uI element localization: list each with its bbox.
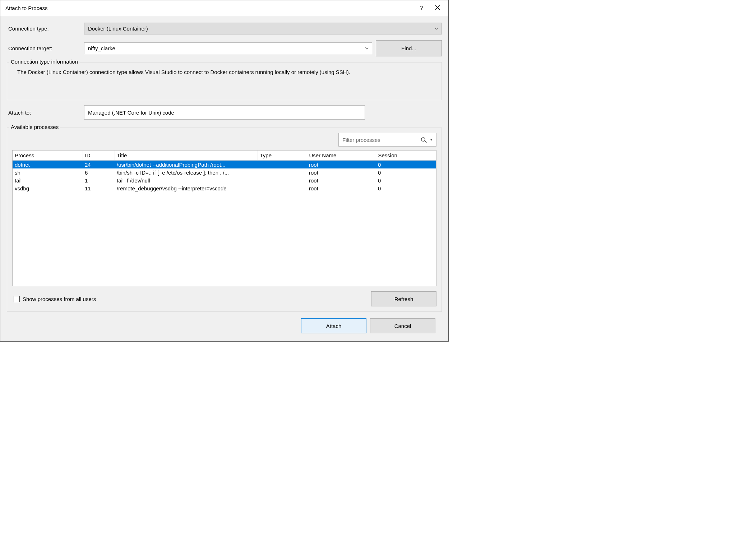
svg-line-3 [425,141,426,143]
search-icon[interactable] [420,136,427,143]
available-processes-title: Available processes [9,124,60,130]
cell-user: root [307,176,376,184]
cell-process: vsdbg [13,184,83,192]
available-processes-group: Available processes ▼ Process ID [7,128,442,312]
col-process[interactable]: Process [13,151,83,161]
close-button[interactable] [430,0,445,16]
chevron-down-icon [434,26,439,32]
col-user[interactable]: User Name [307,151,376,161]
cell-user: root [307,184,376,192]
table-row[interactable]: vsdbg11/remote_debugger/vsdbg --interpre… [13,184,436,192]
connection-type-value: Docker (Linux Container) [88,26,148,32]
cell-process: sh [13,168,83,176]
cell-type [258,184,307,192]
refresh-button[interactable]: Refresh [371,291,436,306]
cell-session: 0 [376,161,436,169]
process-table[interactable]: Process ID Title Type User Name Session … [12,150,436,286]
cell-type [258,161,307,169]
cell-type [258,176,307,184]
dialog-body: Connection type: Docker (Linux Container… [0,16,448,341]
find-button[interactable]: Find... [376,40,442,56]
titlebar: Attach to Process ? [0,0,448,16]
col-title[interactable]: Title [115,151,258,161]
cell-user: root [307,161,376,169]
attach-to-label: Attach to: [7,110,84,116]
cell-id: 1 [83,176,115,184]
cell-session: 0 [376,176,436,184]
col-session[interactable]: Session [376,151,436,161]
col-type[interactable]: Type [258,151,307,161]
cell-process: tail [13,176,83,184]
connection-type-select[interactable]: Docker (Linux Container) [84,23,442,34]
connection-info-body: The Docker (Linux Container) connection … [12,66,436,95]
dialog-footer: Attach Cancel [7,312,442,340]
cell-session: 0 [376,184,436,192]
filter-dropdown-icon[interactable]: ▼ [429,138,434,142]
show-all-users-label: Show processes from all users [23,296,96,302]
checkbox-icon [14,296,20,302]
cell-id: 24 [83,161,115,169]
cell-type [258,168,307,176]
connection-target-combo[interactable]: nifty_clarke [84,42,372,54]
col-id[interactable]: ID [83,151,115,161]
connection-type-label: Connection type: [7,26,84,32]
attach-to-value: Managed (.NET Core for Unix) code [88,110,174,116]
cell-title: /bin/sh -c ID=.; if [ -e /etc/os-release… [115,168,258,176]
window-title: Attach to Process [5,5,414,11]
table-row[interactable]: dotnet24/usr/bin/dotnet --additionalProb… [13,161,436,169]
help-button[interactable]: ? [414,0,430,16]
connection-info-group: Connection type information The Docker (… [7,62,442,100]
connection-target-value: nifty_clarke [88,45,115,51]
table-row[interactable]: tail1tail -f /dev/nullroot0 [13,176,436,184]
cell-process: dotnet [13,161,83,169]
cell-user: root [307,168,376,176]
show-all-users-checkbox[interactable]: Show processes from all users [12,296,96,302]
attach-to-field[interactable]: Managed (.NET Core for Unix) code [84,105,365,120]
close-icon [435,5,440,11]
cell-title: /usr/bin/dotnet --additionalProbingPath … [115,161,258,169]
cancel-button[interactable]: Cancel [370,318,435,333]
chevron-down-icon [365,45,369,51]
filter-processes-input[interactable] [342,137,419,143]
connection-target-label: Connection target: [7,45,84,51]
cell-id: 6 [83,168,115,176]
cell-session: 0 [376,168,436,176]
cell-title: /remote_debugger/vsdbg --interpreter=vsc… [115,184,258,192]
table-row[interactable]: sh6/bin/sh -c ID=.; if [ -e /etc/os-rele… [13,168,436,176]
cell-title: tail -f /dev/null [115,176,258,184]
connection-info-title: Connection type information [9,59,79,65]
cell-id: 11 [83,184,115,192]
filter-processes-box[interactable]: ▼ [338,133,436,147]
table-header-row[interactable]: Process ID Title Type User Name Session [13,151,436,161]
svg-point-2 [421,137,425,141]
attach-button[interactable]: Attach [301,318,366,333]
